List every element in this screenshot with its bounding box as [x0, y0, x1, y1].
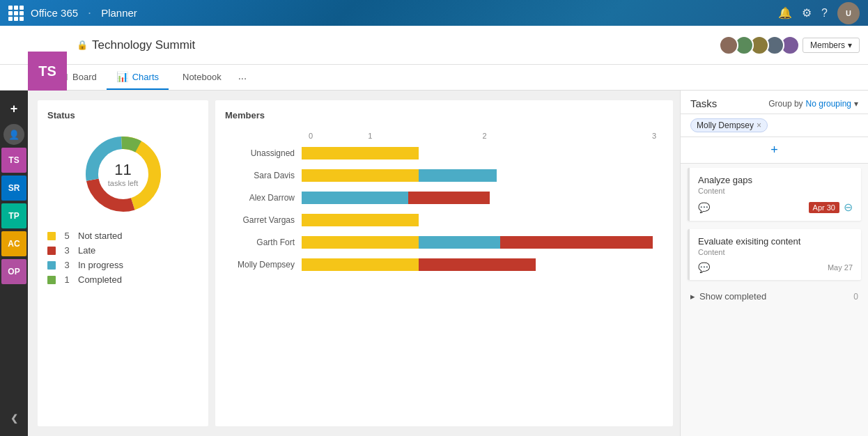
task-remove-icon-1[interactable]: ⊖ — [844, 201, 853, 214]
legend-color-in-progress — [47, 261, 56, 270]
show-completed-row[interactable]: ▸ Show completed 0 — [681, 284, 868, 309]
task-comment-icon-1: 💬 — [698, 202, 710, 213]
legend-color-completed — [47, 276, 56, 284]
members-button[interactable]: Members ▾ — [803, 38, 860, 53]
lock-icon: 🔒 — [77, 40, 88, 50]
bar-row-alex: Alex Darrow — [232, 190, 656, 205]
tab-notebook[interactable]: Notebook — [169, 65, 231, 90]
bar-row-garth: Garth Fort — [232, 235, 656, 250]
sidebar-item-sr[interactable]: SR — [1, 176, 26, 201]
sidebar-collapse-button[interactable]: ❮ — [1, 405, 26, 430]
axis-labels: 0 1 2 3 — [309, 132, 656, 140]
bar-garth-red — [500, 236, 653, 249]
content-area: Status 11 — [28, 91, 868, 436]
sidebar-item-ac[interactable]: AC — [1, 231, 26, 256]
filter-chip-molly: Molly Dempsey × — [690, 118, 768, 132]
app-layout: + 👤 TS SR TP AC OP ❮ Status — [0, 91, 868, 436]
top-header: Office 365 · Planner 🔔 ⚙ ? U — [0, 0, 868, 26]
task-subtitle-2: Content — [698, 248, 853, 256]
task-card-1: Analyze gaps Content 💬 Apr 30 ⊖ — [688, 168, 861, 221]
add-task-button[interactable]: + — [770, 143, 778, 157]
legend-item-completed: 1 Completed — [47, 274, 199, 285]
bar-alex-blue — [302, 192, 408, 204]
waffle-icon[interactable] — [8, 6, 24, 21]
sidebar-item-add[interactable]: + — [1, 96, 26, 121]
completed-count: 0 — [853, 292, 858, 302]
bar-row-garret: Garret Vargas — [232, 212, 656, 228]
chevron-right-icon: ▸ — [690, 291, 695, 302]
legend-color-not-started — [47, 232, 56, 240]
bar-molly-red — [419, 258, 536, 271]
legend-item-late: 3 Late — [47, 245, 199, 256]
add-task-row: + — [681, 137, 868, 164]
group-by-control[interactable]: Group by No grouping ▾ — [768, 99, 858, 109]
settings-icon[interactable]: ⚙ — [802, 6, 812, 20]
donut-center: 11 tasks left — [108, 161, 138, 187]
task-footer-2: 💬 May 27 — [698, 262, 853, 273]
task-due-2: May 27 — [828, 263, 853, 272]
right-header: Tasks Group by No grouping ▾ — [681, 91, 868, 114]
legend: 5 Not started 3 Late 3 In progress 1 Com… — [47, 231, 199, 285]
bar-chart: 0 1 2 3 Unassigned Sara Davis — [225, 132, 663, 272]
chevron-down-icon: ▾ — [854, 99, 858, 109]
task-title-1: Analyze gaps — [698, 175, 853, 185]
task-due-1: Apr 30 — [809, 202, 839, 213]
notification-icon[interactable]: 🔔 — [778, 6, 792, 20]
task-comment-icon-2: 💬 — [698, 262, 710, 273]
planner-label: Planner — [101, 7, 137, 19]
task-footer-1: 💬 Apr 30 ⊖ — [698, 201, 853, 214]
tab-charts[interactable]: 📊 Charts — [107, 65, 169, 90]
sidebar-item-op[interactable]: OP — [1, 259, 26, 284]
donut-container: 11 tasks left — [47, 129, 199, 219]
chevron-down-icon: ▾ — [848, 40, 852, 50]
project-header: TS 🔒 Technology Summit Members ▾ — [0, 26, 868, 65]
filter-remove-icon[interactable]: × — [757, 120, 761, 130]
bar-row-sara: Sara Davis — [232, 168, 656, 183]
bar-molly-yellow — [302, 258, 419, 271]
status-panel: Status 11 — [38, 100, 208, 426]
tasks-title: Tasks — [690, 98, 717, 109]
right-panel: Tasks Group by No grouping ▾ Molly Demps… — [680, 91, 868, 436]
donut-label: tasks left — [108, 179, 138, 187]
status-title: Status — [47, 110, 199, 120]
bar-row-unassigned: Unassigned — [232, 146, 656, 161]
legend-item-not-started: 5 Not started — [47, 231, 199, 241]
charts-title: Members — [225, 110, 663, 120]
filter-row: Molly Dempsey × — [681, 114, 868, 137]
bar-sara-blue — [419, 169, 497, 182]
task-card-2: Evaluate exisiting content Content 💬 May… — [688, 229, 861, 280]
sidebar-item-person[interactable]: 👤 — [3, 124, 24, 145]
bar-sara-yellow — [302, 169, 419, 182]
office365-label: Office 365 — [31, 7, 78, 19]
task-title-2: Evaluate exisiting content — [698, 236, 853, 247]
bar-row-molly: Molly Dempsey — [232, 257, 656, 272]
bar-garth-yellow — [302, 236, 419, 249]
donut-number: 11 — [108, 161, 138, 179]
nav-tabs: ⊞ Board 📊 Charts Notebook ··· — [0, 65, 868, 91]
sidebar: + 👤 TS SR TP AC OP ❮ — [0, 91, 28, 436]
bar-garth-blue — [419, 236, 500, 249]
member-avatar-1 — [719, 36, 738, 55]
sidebar-item-tp[interactable]: TP — [1, 203, 26, 228]
bar-unassigned-yellow — [302, 147, 419, 159]
sidebar-item-ts[interactable]: TS — [1, 148, 26, 173]
more-button[interactable]: ··· — [231, 65, 254, 90]
members-group: Members ▾ — [713, 36, 860, 55]
ts-box: TS — [28, 52, 67, 91]
user-avatar[interactable]: U — [837, 2, 860, 24]
bar-garret-yellow — [302, 214, 419, 226]
help-icon[interactable]: ? — [821, 7, 828, 20]
charts-icon: 📊 — [116, 71, 128, 82]
legend-color-late — [47, 247, 56, 255]
charts-panel: Members 0 1 2 3 Unassigned — [215, 100, 673, 426]
task-subtitle-1: Content — [698, 187, 853, 195]
legend-item-in-progress: 3 In progress — [47, 260, 199, 270]
group-by-value[interactable]: No grouping — [806, 99, 851, 109]
project-name: Technology Summit — [92, 38, 195, 52]
bar-alex-red — [408, 192, 490, 204]
